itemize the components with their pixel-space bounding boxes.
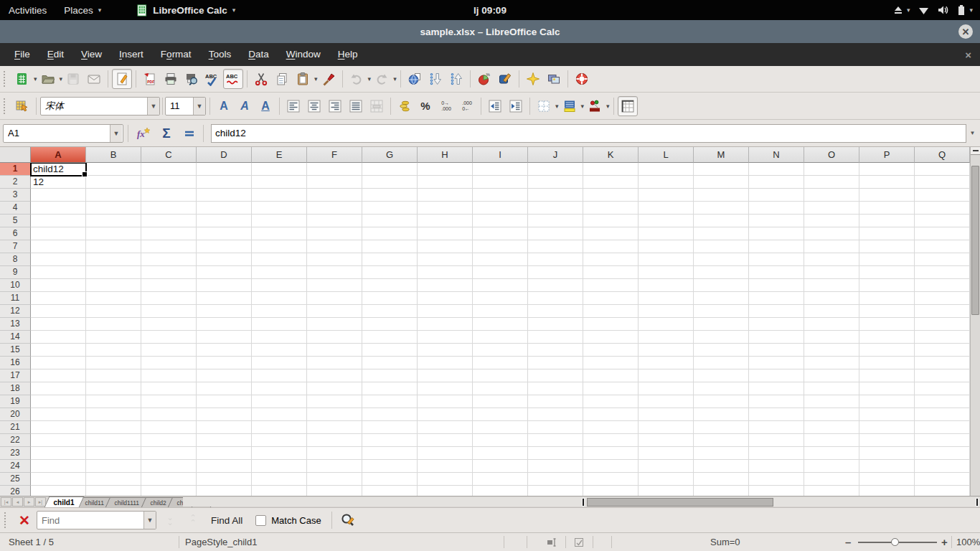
cell-M23[interactable]: [694, 447, 749, 460]
close-find-bar-button[interactable]: ✕: [15, 512, 34, 529]
undo-button[interactable]: [347, 69, 367, 89]
cell-A20[interactable]: [31, 408, 86, 421]
cell-K25[interactable]: [583, 473, 639, 486]
cell-L1[interactable]: [639, 163, 694, 176]
cell-B18[interactable]: [86, 382, 141, 395]
column-header-M[interactable]: M: [694, 147, 749, 163]
column-header-P[interactable]: P: [859, 147, 915, 163]
cell-L26[interactable]: [639, 486, 694, 496]
cell-M3[interactable]: [694, 189, 749, 202]
cell-F7[interactable]: [307, 240, 362, 253]
font-name-dropdown[interactable]: ▼: [147, 98, 159, 115]
cell-H25[interactable]: [418, 473, 473, 486]
cell-O17[interactable]: [804, 369, 859, 382]
cell-C20[interactable]: [141, 408, 197, 421]
cell-I10[interactable]: [473, 279, 528, 292]
first-sheet-button[interactable]: |◂: [1, 497, 11, 507]
cell-A19[interactable]: [31, 395, 86, 408]
activities-button[interactable]: Activities: [0, 0, 55, 20]
cell-A24[interactable]: [31, 460, 86, 473]
cell-I24[interactable]: [473, 460, 528, 473]
grid-pointer-button[interactable]: [12, 96, 32, 116]
cell-F20[interactable]: [307, 408, 362, 421]
row-header-23[interactable]: 23: [0, 447, 31, 460]
cell-K23[interactable]: [583, 447, 639, 460]
menu-item-Window[interactable]: Window: [278, 43, 329, 66]
cell-B13[interactable]: [86, 318, 141, 331]
cell-A5[interactable]: [31, 215, 86, 227]
cell-E16[interactable]: [252, 357, 307, 369]
cell-E13[interactable]: [252, 318, 307, 331]
cell-G6[interactable]: [362, 227, 418, 240]
find-and-replace-button[interactable]: [338, 510, 358, 530]
cell-E19[interactable]: [252, 395, 307, 408]
wifi-icon[interactable]: [918, 5, 929, 15]
cell-J26[interactable]: [528, 486, 583, 496]
paste-button[interactable]: [293, 69, 313, 89]
menu-item-Insert[interactable]: Insert: [110, 43, 152, 66]
cell-H14[interactable]: [418, 331, 473, 344]
row-header-16[interactable]: 16: [0, 357, 31, 369]
bold-button[interactable]: A: [214, 96, 234, 116]
cell-G11[interactable]: [362, 292, 418, 305]
cell-Q5[interactable]: [915, 215, 970, 227]
cell-K17[interactable]: [583, 369, 639, 382]
cell-H10[interactable]: [418, 279, 473, 292]
cell-J14[interactable]: [528, 331, 583, 344]
cell-M4[interactable]: [694, 202, 749, 215]
cell-M15[interactable]: [694, 344, 749, 357]
background-color-dropdown[interactable]: ▾: [581, 103, 585, 110]
cell-D23[interactable]: [197, 447, 252, 460]
find-combobox[interactable]: ▼: [37, 511, 156, 529]
cell-G8[interactable]: [362, 253, 418, 266]
currency-format-button[interactable]: [395, 96, 415, 116]
cell-L3[interactable]: [639, 189, 694, 202]
italic-button[interactable]: A: [235, 96, 255, 116]
cell-N18[interactable]: [749, 382, 804, 395]
cell-P26[interactable]: [859, 486, 915, 496]
cell-J13[interactable]: [528, 318, 583, 331]
cell-C10[interactable]: [141, 279, 197, 292]
cell-I7[interactable]: [473, 240, 528, 253]
cell-E18[interactable]: [252, 382, 307, 395]
cell-Q13[interactable]: [915, 318, 970, 331]
navigator-button[interactable]: [523, 69, 543, 89]
cell-D10[interactable]: [197, 279, 252, 292]
cell-D8[interactable]: [197, 253, 252, 266]
cell-F1[interactable]: [307, 163, 362, 176]
cell-H8[interactable]: [418, 253, 473, 266]
cell-N16[interactable]: [749, 357, 804, 369]
cell-K15[interactable]: [583, 344, 639, 357]
cell-P11[interactable]: [859, 292, 915, 305]
cell-H23[interactable]: [418, 447, 473, 460]
cell-L23[interactable]: [639, 447, 694, 460]
cell-F25[interactable]: [307, 473, 362, 486]
row-header-22[interactable]: 22: [0, 434, 31, 447]
cell-C26[interactable]: [141, 486, 197, 496]
cell-N10[interactable]: [749, 279, 804, 292]
cell-J23[interactable]: [528, 447, 583, 460]
toolbar-grip[interactable]: [4, 512, 9, 528]
cell-C5[interactable]: [141, 215, 197, 227]
cell-O15[interactable]: [804, 344, 859, 357]
cell-C19[interactable]: [141, 395, 197, 408]
cell-E23[interactable]: [252, 447, 307, 460]
cell-G25[interactable]: [362, 473, 418, 486]
align-right-button[interactable]: [325, 96, 345, 116]
cell-C11[interactable]: [141, 292, 197, 305]
cell-F3[interactable]: [307, 189, 362, 202]
cell-M5[interactable]: [694, 215, 749, 227]
cell-G4[interactable]: [362, 202, 418, 215]
cell-P17[interactable]: [859, 369, 915, 382]
cell-H6[interactable]: [418, 227, 473, 240]
cell-D1[interactable]: [197, 163, 252, 176]
cell-N26[interactable]: [749, 486, 804, 496]
cell-B5[interactable]: [86, 215, 141, 227]
cell-G5[interactable]: [362, 215, 418, 227]
cell-K18[interactable]: [583, 382, 639, 395]
increase-indent-button[interactable]: [506, 96, 526, 116]
row-header-2[interactable]: 2: [0, 176, 31, 189]
cell-N6[interactable]: [749, 227, 804, 240]
cell-G9[interactable]: [362, 266, 418, 279]
menu-item-Help[interactable]: Help: [329, 43, 367, 66]
